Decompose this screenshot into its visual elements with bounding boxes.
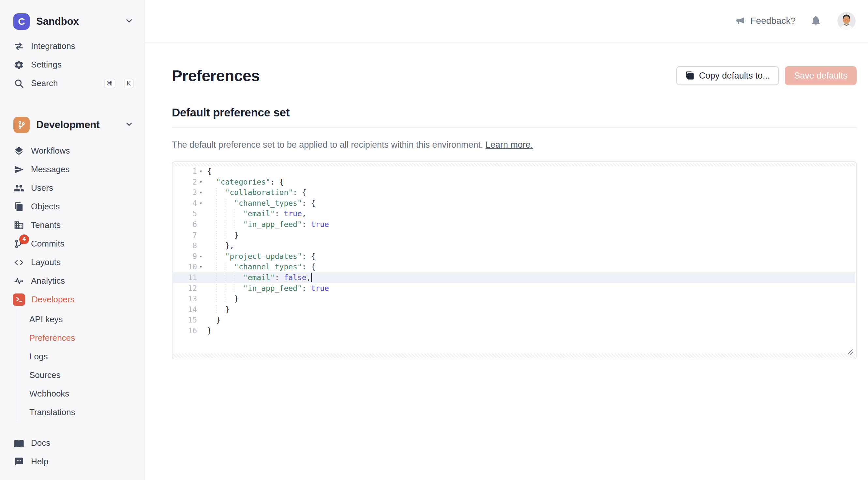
code-line[interactable]: 5 "email": true, — [173, 208, 855, 219]
user-avatar[interactable] — [837, 12, 856, 30]
sidebar-item-developers[interactable]: Developers — [0, 290, 144, 309]
environment-name: Development — [36, 119, 118, 131]
sidebar-main-nav: Workflows Messages Users Objects — [0, 142, 144, 309]
code-line[interactable]: 7 } — [173, 230, 855, 241]
sidebar-item-objects[interactable]: Objects — [0, 197, 144, 216]
sidebar-item-search[interactable]: Search ⌘ K — [0, 74, 144, 93]
code-token — [207, 295, 234, 303]
sidebar-item-users[interactable]: Users — [0, 179, 144, 197]
resize-handle-icon[interactable] — [847, 348, 853, 356]
code-line[interactable]: 9▾ "project-updates": { — [173, 251, 855, 262]
code-line[interactable]: 14 } — [173, 304, 855, 315]
sidebar-item-label: Commits — [31, 239, 134, 249]
fold-toggle-icon[interactable]: ▾ — [198, 251, 204, 262]
gutter-cell: 16 — [173, 325, 207, 336]
search-icon — [13, 78, 25, 89]
code-token: false — [284, 273, 306, 282]
sidebar-item-workflows[interactable]: Workflows — [0, 142, 144, 160]
sidebar-item-messages[interactable]: Messages — [0, 160, 144, 179]
sidebar-item-label: Search — [31, 78, 96, 88]
chevron-down-icon — [125, 16, 134, 27]
environment-switcher[interactable]: Development — [0, 117, 144, 133]
code-area[interactable]: 1▾{2▾ "categories": {3▾ "collaboration":… — [173, 166, 855, 354]
fold-toggle-icon[interactable]: ▾ — [198, 177, 204, 187]
gutter-cell: 15 — [173, 315, 207, 325]
megaphone-icon — [735, 16, 746, 26]
sidebar-item-settings[interactable]: Settings — [0, 55, 144, 74]
section-title: Default preference set — [172, 106, 857, 119]
line-number: 13 — [188, 294, 197, 304]
code-line[interactable]: 1▾{ — [173, 166, 855, 177]
line-number: 8 — [192, 240, 197, 251]
copy-defaults-button[interactable]: Copy defaults to... — [676, 66, 779, 85]
code-token — [207, 316, 216, 324]
code-line[interactable]: 4▾ "channel_types": { — [173, 198, 855, 209]
sidebar-item-label: Developers — [32, 295, 134, 305]
sidebar-item-commits[interactable]: 4 Commits — [0, 235, 144, 253]
workspace-switcher[interactable]: C Sandbox — [0, 13, 144, 30]
sidebar-subitem-label: Translations — [29, 407, 75, 417]
sidebar-subitem-label: API keys — [29, 314, 63, 325]
pulse-icon — [13, 275, 25, 287]
sidebar-subitem-translations[interactable]: Translations — [29, 403, 144, 422]
feedback-label: Feedback? — [750, 16, 796, 26]
sidebar-item-integrations[interactable]: Integrations — [0, 37, 144, 55]
workspace-name: Sandbox — [36, 16, 118, 27]
code-line[interactable]: 15 } — [173, 315, 855, 325]
fold-toggle-icon[interactable]: ▾ — [198, 187, 204, 198]
code-line[interactable]: 10▾ "channel_types": { — [173, 262, 855, 272]
line-number: 16 — [188, 325, 197, 336]
code-line[interactable]: 12 "in_app_feed": true — [173, 283, 855, 294]
commits-count-badge: 4 — [19, 235, 29, 244]
json-editor[interactable]: 1▾{2▾ "categories": {3▾ "collaboration":… — [172, 161, 857, 359]
code-token — [207, 284, 243, 293]
sidebar-item-help[interactable]: Help — [0, 452, 144, 471]
line-number: 11 — [188, 272, 197, 283]
code-line[interactable]: 8 }, — [173, 240, 855, 251]
code-token: , — [307, 273, 311, 282]
code-line[interactable]: 3▾ "collaboration": { — [173, 187, 855, 198]
code-line[interactable]: 11 "email": false, — [173, 272, 855, 283]
code-token: "email" — [243, 209, 275, 218]
code-token: } — [207, 326, 212, 335]
line-number: 2 — [192, 177, 197, 187]
integrations-icon — [13, 41, 25, 52]
sidebar-item-tenants[interactable]: Tenants — [0, 216, 144, 235]
fold-toggle-icon[interactable]: ▾ — [198, 198, 204, 209]
code-token: } — [234, 295, 239, 303]
fold-toggle-icon[interactable]: ▾ — [198, 166, 204, 177]
editor-bottom-gutter — [173, 354, 855, 358]
app-window: C Sandbox Integrations Settings — [0, 0, 868, 480]
code-brackets-icon — [13, 257, 25, 268]
sidebar-subitem-logs[interactable]: Logs — [29, 347, 144, 366]
code-token: : — [275, 209, 284, 218]
sidebar-subitem-sources[interactable]: Sources — [29, 366, 144, 385]
fold-toggle-icon[interactable]: ▾ — [198, 262, 204, 272]
gutter-cell: 9▾ — [173, 251, 207, 262]
sidebar-subitem-preferences[interactable]: Preferences — [29, 329, 144, 347]
sidebar-item-label: Tenants — [31, 220, 134, 230]
sidebar-item-label: Help — [31, 456, 134, 467]
code-line[interactable]: 13 } — [173, 294, 855, 304]
code-token: "email" — [243, 273, 275, 282]
sidebar-item-label: Messages — [31, 164, 134, 175]
code-token: "channel_types" — [234, 263, 302, 271]
main-panel: Preferences Copy defaults to... Save def… — [145, 42, 868, 480]
gutter-cell: 3▾ — [173, 187, 207, 198]
code-line[interactable]: 2▾ "categories": { — [173, 177, 855, 187]
feedback-button[interactable]: Feedback? — [735, 16, 796, 26]
gutter-cell: 8 — [173, 240, 207, 251]
code-line[interactable]: 16} — [173, 325, 855, 336]
code-token: : — [302, 220, 311, 229]
code-line[interactable]: 6 "in_app_feed": true — [173, 219, 855, 230]
learn-more-link[interactable]: Learn more. — [486, 140, 533, 150]
line-number: 5 — [192, 208, 197, 219]
save-defaults-button[interactable]: Save defaults — [785, 66, 857, 85]
sidebar-item-analytics[interactable]: Analytics — [0, 272, 144, 290]
notifications-button[interactable] — [810, 15, 822, 27]
sidebar-subitem-webhooks[interactable]: Webhooks — [29, 385, 144, 403]
sidebar-item-docs[interactable]: Docs — [0, 434, 144, 452]
code-token: }, — [225, 241, 234, 250]
sidebar-item-layouts[interactable]: Layouts — [0, 253, 144, 272]
sidebar-subitem-api-keys[interactable]: API keys — [29, 310, 144, 329]
